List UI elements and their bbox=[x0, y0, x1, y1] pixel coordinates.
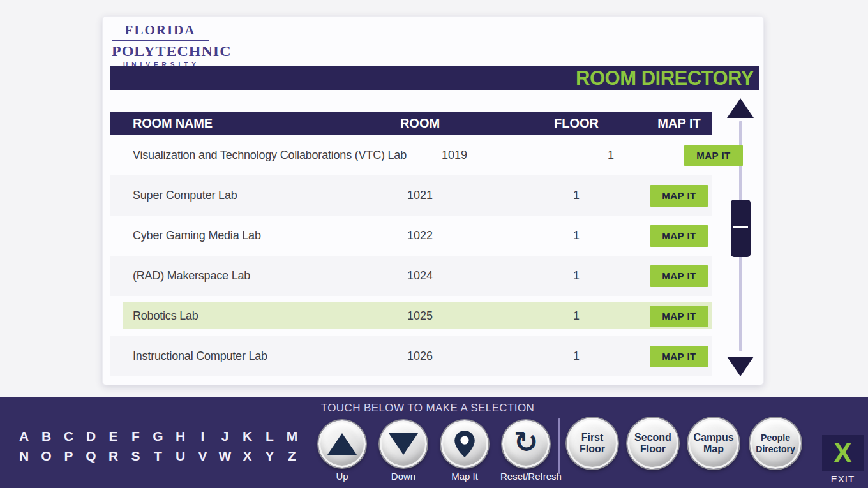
floor-number: 1 bbox=[573, 309, 580, 323]
room-number: 1024 bbox=[372, 269, 468, 283]
letter-key-l[interactable]: L bbox=[266, 429, 274, 444]
table-row-instructional-computer-lab[interactable]: Instructional Computer Lab 1026 1 MAP IT bbox=[110, 336, 712, 376]
first-floor-label-line1: First bbox=[581, 432, 604, 443]
letter-key-q[interactable]: Q bbox=[86, 448, 96, 464]
reset-refresh-button[interactable]: ↻ Reset/Refresh bbox=[500, 420, 551, 482]
logo-line-polytechnic: POLYTECHNIC bbox=[112, 43, 209, 60]
map-it-button[interactable]: MAP IT bbox=[650, 225, 708, 247]
letter-key-p[interactable]: P bbox=[64, 448, 73, 464]
floor-number: 1 bbox=[573, 269, 580, 283]
letter-key-s[interactable]: S bbox=[131, 448, 140, 464]
letter-key-b[interactable]: B bbox=[41, 429, 51, 444]
letter-key-x[interactable]: X bbox=[243, 448, 251, 464]
map-pin-icon bbox=[454, 431, 475, 457]
directory-panel: FLORIDA POLYTECHNIC UNIVERSITY ROOM DIRE… bbox=[102, 16, 764, 385]
campus-map-label-line1: Campus bbox=[693, 432, 733, 443]
room-name: Cyber Gaming Media Lab bbox=[110, 229, 372, 242]
second-floor-button[interactable]: Second Floor bbox=[627, 418, 678, 469]
floor-number: 1 bbox=[573, 350, 580, 363]
map-it-footer-label: Map It bbox=[439, 471, 490, 482]
map-it-button[interactable]: MAP IT bbox=[650, 346, 708, 367]
map-it-button[interactable]: MAP IT bbox=[684, 145, 743, 166]
exit-x-icon: X bbox=[834, 439, 852, 467]
footer-divider bbox=[558, 418, 560, 474]
table-row-super-computer-lab[interactable]: Super Computer Lab 1021 1 MAP IT bbox=[110, 175, 712, 216]
column-header-room: ROOM bbox=[372, 116, 468, 131]
letter-key-g[interactable]: G bbox=[153, 429, 163, 444]
university-logo: FLORIDA POLYTECHNIC UNIVERSITY bbox=[112, 22, 209, 68]
map-it-button[interactable]: MAP IT bbox=[650, 185, 708, 207]
room-number: 1026 bbox=[372, 350, 468, 363]
first-floor-button[interactable]: First Floor bbox=[567, 418, 618, 469]
letter-key-j[interactable]: J bbox=[221, 429, 229, 444]
letter-key-e[interactable]: E bbox=[108, 429, 117, 444]
letter-key-k[interactable]: K bbox=[243, 429, 252, 444]
room-name: (RAD) Makerspace Lab bbox=[110, 269, 372, 283]
room-table: Visualization and Technology Collaborati… bbox=[110, 135, 712, 376]
scrollbar-thumb[interactable] bbox=[731, 200, 751, 257]
floor-number: 1 bbox=[573, 189, 580, 202]
room-number: 1025 bbox=[372, 309, 468, 323]
table-header: ROOM NAME ROOM FLOOR MAP IT bbox=[110, 112, 712, 135]
exit-label: EXIT bbox=[822, 473, 864, 484]
letter-key-r[interactable]: R bbox=[108, 448, 118, 464]
letter-key-i[interactable]: I bbox=[201, 429, 205, 444]
letter-key-h[interactable]: H bbox=[176, 429, 185, 444]
refresh-icon: ↻ bbox=[514, 427, 539, 457]
control-bar: TOUCH BELOW TO MAKE A SELECTION A B C D … bbox=[0, 397, 868, 488]
touch-prompt: TOUCH BELOW TO MAKE A SELECTION bbox=[0, 402, 855, 415]
campus-map-button[interactable]: Campus Map bbox=[688, 418, 739, 469]
letter-key-y[interactable]: Y bbox=[265, 448, 274, 464]
scroll-down-arrow-icon[interactable] bbox=[727, 357, 754, 376]
letter-key-d[interactable]: D bbox=[86, 429, 96, 444]
letter-key-t[interactable]: T bbox=[154, 448, 162, 464]
column-header-floor: FLOOR bbox=[554, 116, 599, 131]
people-directory-button[interactable]: People Directory bbox=[750, 418, 801, 469]
page-title: ROOM DIRECTORY bbox=[576, 68, 754, 88]
letter-key-n[interactable]: N bbox=[19, 448, 29, 464]
letter-key-w[interactable]: W bbox=[219, 448, 232, 464]
logo-line-florida: FLORIDA bbox=[112, 22, 209, 41]
letter-key-a[interactable]: A bbox=[19, 429, 29, 444]
campus-map-label-line2: Map bbox=[703, 443, 724, 455]
letter-key-c[interactable]: C bbox=[64, 429, 73, 444]
letter-key-f[interactable]: F bbox=[131, 429, 140, 444]
room-number: 1021 bbox=[372, 189, 468, 202]
column-header-map-it: MAP IT bbox=[647, 116, 712, 131]
floor-number: 1 bbox=[608, 149, 614, 162]
letter-key-u[interactable]: U bbox=[176, 448, 185, 464]
room-name: Robotics Lab bbox=[110, 309, 372, 323]
letter-key-o[interactable]: O bbox=[41, 448, 51, 464]
up-triangle-icon bbox=[327, 433, 357, 455]
people-directory-label-line1: People bbox=[761, 432, 790, 443]
map-it-button[interactable]: MAP IT bbox=[650, 265, 708, 287]
room-name: Visualization and Technology Collaborati… bbox=[110, 149, 407, 162]
column-header-room-name: ROOM NAME bbox=[110, 116, 372, 131]
room-number: 1022 bbox=[372, 229, 468, 242]
room-name: Instructional Computer Lab bbox=[110, 350, 372, 363]
floor-number: 1 bbox=[573, 229, 580, 242]
room-name: Super Computer Lab bbox=[110, 189, 372, 202]
down-triangle-icon bbox=[389, 433, 418, 455]
map-it-button[interactable]: MAP IT bbox=[650, 306, 708, 327]
table-row-vtc-lab[interactable]: Visualization and Technology Collaborati… bbox=[110, 135, 712, 175]
first-floor-label-line2: Floor bbox=[580, 443, 605, 455]
down-button[interactable]: Down bbox=[378, 420, 429, 482]
room-directory-title-bar: ROOM DIRECTORY bbox=[110, 66, 760, 90]
letter-key-v[interactable]: V bbox=[198, 448, 207, 464]
map-it-footer-button[interactable]: Map It bbox=[439, 420, 490, 482]
table-row-rad-makerspace-lab[interactable]: (RAD) Makerspace Lab 1024 1 MAP IT bbox=[110, 256, 712, 296]
people-directory-label-line2: Directory bbox=[756, 443, 795, 455]
room-number: 1019 bbox=[407, 149, 502, 162]
second-floor-label-line2: Floor bbox=[640, 443, 666, 455]
second-floor-label-line1: Second bbox=[634, 432, 671, 443]
table-row-robotics-lab-selected[interactable]: Robotics Lab 1025 1 MAP IT bbox=[110, 296, 712, 336]
letter-key-m[interactable]: M bbox=[287, 429, 298, 444]
up-button[interactable]: Up bbox=[317, 420, 368, 482]
reset-refresh-label: Reset/Refresh bbox=[500, 471, 551, 482]
exit-button[interactable]: X EXIT bbox=[822, 435, 864, 484]
letter-key-z[interactable]: Z bbox=[288, 448, 296, 464]
alphabet-keypad: A B C D E F G H I J K L M N O P Q R S T … bbox=[13, 429, 303, 464]
table-row-cyber-gaming-media-lab[interactable]: Cyber Gaming Media Lab 1022 1 MAP IT bbox=[110, 216, 712, 256]
scroll-up-arrow-icon[interactable] bbox=[727, 98, 754, 118]
